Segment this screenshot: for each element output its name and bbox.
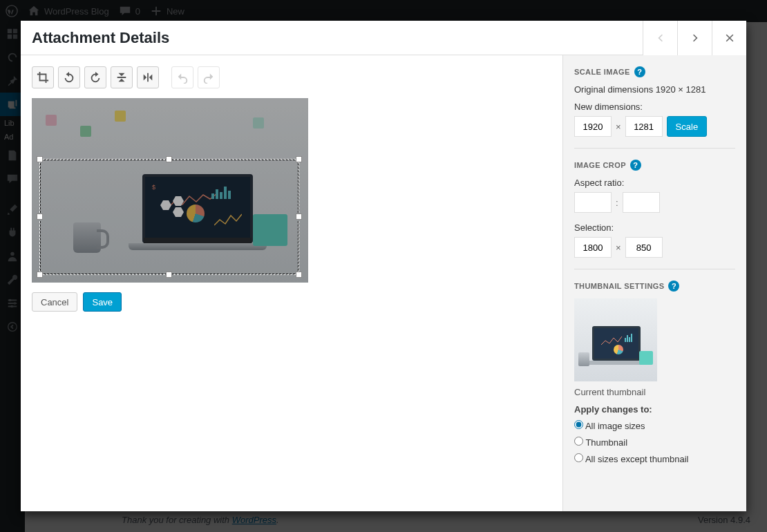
apply-changes-label: Apply changes to: xyxy=(574,404,735,415)
rotate-left-button[interactable] xyxy=(58,66,80,88)
aspect-width-input[interactable] xyxy=(574,192,612,213)
scale-height-input[interactable] xyxy=(625,116,663,137)
undo-button[interactable] xyxy=(171,66,193,88)
selection-width-input[interactable] xyxy=(574,237,612,258)
crop-icon xyxy=(37,71,49,84)
next-attachment-button[interactable] xyxy=(677,21,712,55)
crop-handle-nw[interactable] xyxy=(37,156,43,162)
apply-option-except[interactable]: All sizes except thumbnail xyxy=(574,453,735,464)
redo-button[interactable] xyxy=(198,66,220,88)
apply-radio-thumb[interactable] xyxy=(574,437,583,446)
cancel-button[interactable]: Cancel xyxy=(32,292,77,312)
thumb-heading: THUMBNAIL SETTINGS xyxy=(574,282,664,290)
modal-nav xyxy=(643,21,746,55)
flip-vertical-icon xyxy=(115,71,128,84)
thumb-help-icon[interactable]: ? xyxy=(668,281,679,292)
original-dim-prefix: Original dimensions xyxy=(574,84,656,95)
crop-handle-se[interactable] xyxy=(296,272,302,278)
crop-selection[interactable] xyxy=(39,159,299,275)
scale-heading: SCALE IMAGE xyxy=(574,68,630,76)
apply-radio-except[interactable] xyxy=(574,453,583,462)
editor-toolbar xyxy=(32,66,551,88)
flip-horizontal-button[interactable] xyxy=(137,66,159,88)
chevron-left-icon xyxy=(655,32,666,44)
apply-radio-all[interactable] xyxy=(574,420,583,429)
selection-label: Selection: xyxy=(574,222,735,233)
rotate-right-button[interactable] xyxy=(84,66,106,88)
crop-handle-e[interactable] xyxy=(296,213,302,220)
crop-handle-w[interactable] xyxy=(37,213,43,220)
crop-handle-n[interactable] xyxy=(166,156,172,162)
aspect-height-input[interactable] xyxy=(623,192,660,213)
apply-option-thumb-label: Thumbnail xyxy=(585,437,627,448)
crop-handle-sw[interactable] xyxy=(37,272,43,278)
close-icon xyxy=(724,32,735,44)
crop-handle-s[interactable] xyxy=(166,272,172,278)
flip-horizontal-icon xyxy=(142,71,154,84)
undo-icon xyxy=(176,71,189,84)
flip-vertical-button[interactable] xyxy=(111,66,133,88)
modal-body: $ xyxy=(21,55,746,511)
details-panel: SCALE IMAGE ? Original dimensions 1920 ×… xyxy=(562,55,746,511)
apply-option-all[interactable]: All image sizes xyxy=(574,420,735,431)
crop-button[interactable] xyxy=(32,66,54,88)
image-editor: $ xyxy=(21,55,562,511)
crop-heading: IMAGE CROP xyxy=(574,161,626,169)
scale-button[interactable]: Scale xyxy=(667,116,708,137)
redo-icon xyxy=(202,71,215,84)
modal-title: Attachment Details xyxy=(21,29,169,47)
modal-header: Attachment Details xyxy=(21,21,746,55)
current-thumb-label: Current thumbnail xyxy=(574,387,735,397)
apply-option-except-label: All sizes except thumbnail xyxy=(585,454,689,464)
current-thumbnail xyxy=(574,298,657,381)
crop-help-icon[interactable]: ? xyxy=(630,160,641,171)
selection-height-input[interactable] xyxy=(625,237,663,258)
save-button[interactable]: Save xyxy=(83,292,122,312)
new-dim-label: New dimensions: xyxy=(574,102,735,112)
rotate-left-icon xyxy=(63,71,75,84)
image-canvas[interactable]: $ xyxy=(32,98,308,283)
scale-separator: × xyxy=(616,122,621,132)
crop-handle-ne[interactable] xyxy=(296,156,302,162)
scale-width-input[interactable] xyxy=(574,116,612,137)
prev-attachment-button[interactable] xyxy=(643,21,677,55)
scale-help-icon[interactable]: ? xyxy=(634,66,645,77)
editor-actions: Cancel Save xyxy=(32,292,551,312)
close-modal-button[interactable] xyxy=(712,21,746,55)
aspect-label: Aspect ratio: xyxy=(574,178,735,188)
chevron-right-icon xyxy=(690,32,701,44)
apply-option-thumb[interactable]: Thumbnail xyxy=(574,437,735,448)
rotate-right-icon xyxy=(89,71,102,84)
original-dim-value: 1920 × 1281 xyxy=(656,84,706,95)
attachment-details-modal: Attachment Details xyxy=(21,21,746,511)
selection-separator: × xyxy=(616,243,621,253)
apply-option-all-label: All image sizes xyxy=(585,421,645,431)
aspect-separator: : xyxy=(616,198,618,208)
